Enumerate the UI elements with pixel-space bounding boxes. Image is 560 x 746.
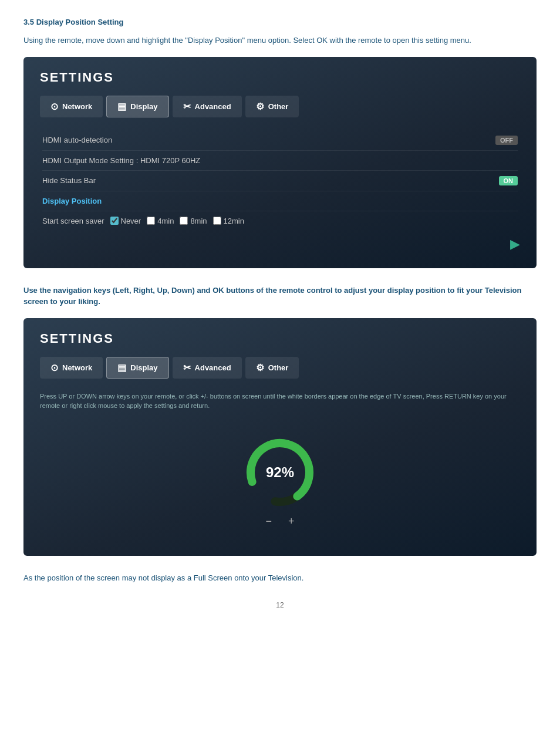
hdmi-auto-toggle[interactable]: OFF	[495, 136, 518, 145]
tab-other-1[interactable]: ⚙ Other	[245, 96, 299, 117]
tab-display-1[interactable]: ▤ Display	[106, 96, 168, 117]
checkbox-never-input[interactable]	[110, 217, 119, 225]
gauge-plus-button[interactable]: +	[288, 515, 295, 528]
checkbox-12min-input[interactable]	[213, 217, 221, 225]
settings-content-1: HDMI auto-detection OFF HDMI Output Mode…	[40, 130, 520, 231]
setting-row-hdmi-mode: HDMI Output Mode Setting : HDMI 720P 60H…	[42, 151, 518, 171]
tab-advanced-label-1: Advanced	[195, 102, 231, 111]
display-icon-1: ▤	[117, 101, 126, 112]
closing-paragraph: As the position of the screen may not di…	[23, 572, 537, 584]
hide-status-toggle[interactable]: ON	[499, 176, 518, 185]
tab-bar-1: ⊙ Network ▤ Display ✂ Advanced ⚙ Other	[40, 96, 520, 117]
tab-advanced-label-2: Advanced	[195, 363, 231, 372]
panel2-info-text: Press UP or DOWN arrow keys on your remo…	[40, 391, 520, 411]
network-icon-1: ⊙	[50, 101, 58, 112]
setting-row-screen-saver: Start screen saver Never 4min 8min 12min	[42, 211, 518, 231]
tab-network-2[interactable]: ⊙ Network	[40, 357, 103, 379]
checkbox-4min[interactable]: 4min	[147, 217, 174, 225]
checkbox-8min-label: 8min	[190, 217, 207, 225]
hide-status-label: Hide Status Bar	[42, 176, 96, 185]
gauge-value: 92%	[266, 464, 294, 481]
checkbox-4min-label: 4min	[157, 217, 174, 225]
section-heading: 3.5 Display Position Setting	[23, 18, 537, 26]
settings-panel-1: SETTINGS ⊙ Network ▤ Display ✂ Advanced …	[23, 57, 537, 268]
hdmi-mode-label: HDMI Output Mode Setting : HDMI 720P 60H…	[42, 156, 200, 165]
setting-row-hdmi-auto: HDMI auto-detection OFF	[42, 130, 518, 151]
page-number: 12	[23, 601, 537, 609]
other-icon-1: ⚙	[256, 101, 264, 112]
arrow-right-icon: ▶	[510, 237, 520, 252]
tab-network-label-1: Network	[62, 102, 92, 111]
checkbox-8min-input[interactable]	[180, 217, 188, 225]
checkbox-12min-label: 12min	[224, 217, 244, 225]
screen-saver-row: Start screen saver Never 4min 8min 12min	[42, 217, 244, 225]
tab-display-label-2: Display	[130, 363, 157, 372]
advanced-icon-2: ✂	[183, 362, 191, 373]
checkbox-never-label: Never	[121, 217, 141, 225]
tab-other-2[interactable]: ⚙ Other	[245, 357, 299, 379]
checkbox-8min[interactable]: 8min	[180, 217, 207, 225]
gauge-dial: 92%	[242, 434, 318, 511]
settings-title-1: SETTINGS	[40, 70, 520, 85]
tab-network-label-2: Network	[62, 363, 92, 372]
settings-title-2: SETTINGS	[40, 331, 520, 346]
tab-bar-2: ⊙ Network ▤ Display ✂ Advanced ⚙ Other	[40, 357, 520, 379]
gauge-container: 92% − +	[40, 417, 520, 539]
instruction-paragraph: Use the navigation keys (Left, Right, Up…	[23, 285, 537, 308]
settings-panel-2: SETTINGS ⊙ Network ▤ Display ✂ Advanced …	[23, 318, 537, 556]
checkbox-4min-input[interactable]	[147, 217, 155, 225]
tab-other-label-1: Other	[268, 102, 289, 111]
tab-display-2[interactable]: ▤ Display	[106, 357, 168, 379]
hdmi-auto-label: HDMI auto-detection	[42, 136, 112, 144]
arrow-icon-1: ▶	[40, 237, 520, 252]
gauge-controls: − +	[242, 515, 318, 528]
tab-network-1[interactable]: ⊙ Network	[40, 96, 103, 117]
other-icon-2: ⚙	[256, 362, 264, 373]
tab-display-label-1: Display	[130, 102, 157, 111]
display-pos-label: Display Position	[42, 197, 102, 205]
checkbox-never[interactable]: Never	[110, 217, 141, 225]
tab-other-label-2: Other	[268, 363, 289, 372]
screen-saver-label: Start screen saver	[42, 217, 104, 225]
checkbox-12min[interactable]: 12min	[213, 217, 244, 225]
intro-paragraph: Using the remote, move down and highligh…	[23, 35, 537, 46]
advanced-icon-1: ✂	[183, 101, 191, 112]
network-icon-2: ⊙	[50, 362, 58, 373]
setting-row-display-pos: Display Position	[42, 191, 518, 211]
tab-advanced-2[interactable]: ✂ Advanced	[173, 357, 242, 379]
tab-advanced-1[interactable]: ✂ Advanced	[173, 96, 242, 117]
setting-row-hide-status: Hide Status Bar ON	[42, 171, 518, 191]
display-icon-2: ▤	[117, 362, 126, 373]
